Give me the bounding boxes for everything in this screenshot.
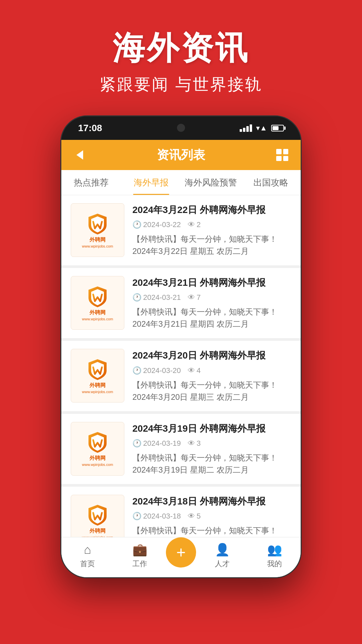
- wpinjobs-logo-svg: [86, 212, 109, 235]
- logo-text-label: 外聘网: [89, 236, 106, 244]
- news-title: 2024年3月20日 外聘网海外早报: [132, 349, 291, 362]
- news-content: 2024年3月22日 外聘网海外早报 🕐 2024-03-22 👁 2 【外聘快…: [132, 203, 291, 257]
- wpinjobs-logo-svg: [86, 431, 109, 453]
- news-description: 【外聘快讯】每天一分钟，知晓天下事！2024年3月20日 星期三 农历二月: [132, 379, 291, 403]
- news-meta: 🕐 2024-03-18 👁 5: [132, 512, 291, 521]
- promo-subtitle: 紧跟要闻 与世界接轨: [0, 74, 362, 95]
- logo-text-label: 外聘网: [89, 455, 106, 462]
- news-content: 2024年3月20日 外聘网海外早报 🕐 2024-03-20 👁 4 【外聘快…: [132, 349, 291, 403]
- news-list: 外聘网 www.wpinjobs.com 2024年3月22日 外聘网海外早报 …: [61, 195, 301, 537]
- news-content: 2024年3月19日 外聘网海外早报 🕐 2024-03-19 👁 3 【外聘快…: [132, 422, 291, 476]
- nav-home[interactable]: ⌂ 首页: [61, 543, 114, 569]
- news-thumbnail: 外聘网 www.wpinjobs.com: [71, 349, 124, 402]
- news-meta: 🕐 2024-03-21 👁 7: [132, 293, 291, 302]
- news-date: 🕐 2024-03-20: [132, 366, 181, 375]
- nav-talent-label: 人才: [215, 559, 230, 569]
- phone-frame: 17:08 ▾▲ 资讯列表: [60, 115, 302, 578]
- tab-morning[interactable]: 海外早报: [121, 170, 181, 195]
- news-meta: 🕐 2024-03-20 👁 4: [132, 366, 291, 375]
- status-time: 17:08: [78, 123, 102, 133]
- news-views: 👁 2: [188, 220, 201, 229]
- tab-risk[interactable]: 海外风险预警: [181, 170, 241, 195]
- mine-icon: 👥: [267, 543, 282, 557]
- news-views: 👁 5: [188, 512, 201, 521]
- news-list-item[interactable]: 外聘网 www.wpinjobs.com 2024年3月18日 外聘网海外早报 …: [61, 487, 301, 537]
- news-description: 【外聘快讯】每天一分钟，知晓天下事！2024年3月21日 星期四 农历二月: [132, 306, 291, 330]
- logo-url-label: www.wpinjobs.com: [82, 244, 113, 248]
- front-camera: [177, 124, 185, 132]
- grid-view-button[interactable]: [274, 147, 291, 163]
- back-button[interactable]: [71, 147, 88, 163]
- nav-work-label: 工作: [132, 559, 147, 569]
- news-description: 【外聘快讯】每天一分钟，知晓天下事！2024年3月19日 星期二 农历二月: [132, 452, 291, 476]
- news-date: 🕐 2024-03-21: [132, 293, 181, 302]
- work-icon: 💼: [132, 543, 147, 557]
- news-thumbnail: 外聘网 www.wpinjobs.com: [71, 495, 124, 537]
- promo-section: 海外资讯 紧跟要闻 与世界接轨: [0, 0, 362, 95]
- header-title: 资讯列表: [157, 147, 205, 163]
- news-thumbnail: 外聘网 www.wpinjobs.com: [71, 203, 124, 257]
- nav-add[interactable]: +: [166, 544, 196, 568]
- signal-icon: [240, 124, 252, 132]
- logo-text-label: 外聘网: [89, 309, 106, 316]
- app-header: 资讯列表: [61, 140, 301, 170]
- news-views: 👁 4: [188, 366, 201, 375]
- nav-mine-label: 我的: [267, 559, 282, 569]
- news-title: 2024年3月22日 外聘网海外早报: [132, 203, 291, 216]
- news-title: 2024年3月18日 外聘网海外早报: [132, 495, 291, 508]
- news-description: 【外聘快讯】每天一分钟，知晓天下事！2024年3月22日 星期五 农历二月: [132, 233, 291, 257]
- logo-text-label: 外聘网: [89, 528, 106, 535]
- news-date: 🕐 2024-03-18: [132, 512, 181, 521]
- news-date: 🕐 2024-03-19: [132, 439, 181, 448]
- news-list-item[interactable]: 外聘网 www.wpinjobs.com 2024年3月19日 外聘网海外早报 …: [61, 414, 301, 484]
- tab-guide[interactable]: 出国攻略: [241, 170, 301, 195]
- news-meta: 🕐 2024-03-19 👁 3: [132, 439, 291, 448]
- promo-title: 海外资讯: [0, 27, 362, 70]
- wpinjobs-logo-svg: [86, 358, 109, 381]
- news-content: 2024年3月18日 外聘网海外早报 🕐 2024-03-18 👁 5 【外聘快…: [132, 495, 291, 537]
- grid-icon: [276, 149, 288, 161]
- home-icon: ⌂: [84, 543, 91, 557]
- wpinjobs-logo-svg: [86, 503, 109, 526]
- news-thumbnail: 外聘网 www.wpinjobs.com: [71, 422, 124, 476]
- add-button[interactable]: +: [166, 537, 196, 568]
- wifi-icon: ▾▲: [256, 124, 267, 132]
- tab-hot[interactable]: 热点推荐: [61, 170, 121, 195]
- news-description: 【外聘快讯】每天一分钟，知晓天下事！2024年3月18日 星期一 农历二月: [132, 525, 291, 537]
- nav-work[interactable]: 💼 工作: [114, 543, 166, 569]
- tab-bar: 热点推荐 海外早报 海外风险预警 出国攻略: [61, 170, 301, 195]
- news-views: 👁 7: [188, 293, 201, 302]
- news-date: 🕐 2024-03-22: [132, 220, 181, 229]
- news-list-item[interactable]: 外聘网 www.wpinjobs.com 2024年3月21日 外聘网海外早报 …: [61, 268, 301, 338]
- news-meta: 🕐 2024-03-22 👁 2: [132, 220, 291, 229]
- logo-url-label: www.wpinjobs.com: [82, 317, 113, 321]
- news-title: 2024年3月21日 外聘网海外早报: [132, 276, 291, 289]
- battery-icon: [271, 125, 284, 131]
- wpinjobs-logo-svg: [86, 285, 109, 308]
- news-views: 👁 3: [188, 439, 201, 448]
- news-list-item[interactable]: 外聘网 www.wpinjobs.com 2024年3月22日 外聘网海外早报 …: [61, 195, 301, 265]
- news-content: 2024年3月21日 外聘网海外早报 🕐 2024-03-21 👁 7 【外聘快…: [132, 276, 291, 330]
- talent-icon: 👤: [215, 543, 230, 557]
- phone-screen: 资讯列表 热点推荐 海外早报 海外风险预警 出国攻略: [61, 140, 301, 577]
- logo-url-label: www.wpinjobs.com: [82, 390, 113, 394]
- nav-home-label: 首页: [80, 559, 95, 569]
- back-arrow-icon: [76, 150, 83, 160]
- news-title: 2024年3月19日 外聘网海外早报: [132, 422, 291, 435]
- nav-talent[interactable]: 👤 人才: [196, 543, 248, 569]
- bottom-nav: ⌂ 首页 💼 工作 + 👤 人才 👥 我的: [61, 537, 301, 577]
- news-list-item[interactable]: 外聘网 www.wpinjobs.com 2024年3月20日 外聘网海外早报 …: [61, 341, 301, 411]
- logo-url-label: www.wpinjobs.com: [82, 463, 113, 467]
- status-bar: 17:08 ▾▲: [61, 116, 301, 140]
- nav-mine[interactable]: 👥 我的: [248, 543, 301, 569]
- news-thumbnail: 外聘网 www.wpinjobs.com: [71, 276, 124, 330]
- logo-text-label: 外聘网: [89, 382, 106, 389]
- status-icons: ▾▲: [240, 124, 284, 132]
